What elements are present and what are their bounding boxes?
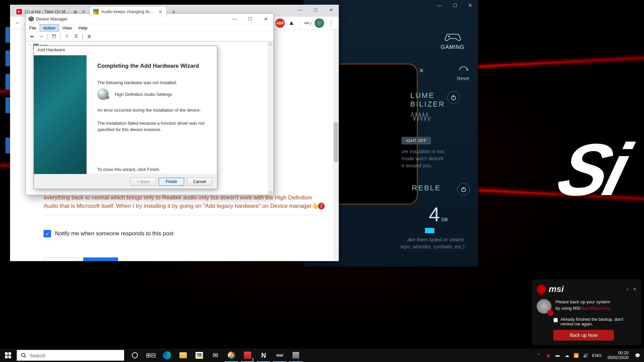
power-toggle[interactable] <box>457 183 470 196</box>
collapse-icon[interactable]: ˅ <box>28 44 32 49</box>
add-hardware-icon[interactable]: 🖥 <box>85 33 93 40</box>
reset-button[interactable]: Reset <box>457 66 469 81</box>
forward-icon[interactable]: ➡ <box>37 33 45 40</box>
finish-button[interactable]: Finish <box>159 178 184 186</box>
menu-action[interactable]: Action <box>40 24 59 32</box>
task-view-button[interactable]: ⊞⊟ <box>143 349 159 362</box>
msi-logo: msi <box>537 284 564 294</box>
taskbar: Search ⊞⊟ ✉ 3 N msi ˄ ◉ ▬ ☁ 📶 🔊 ENG 00:2… <box>0 349 644 362</box>
taskbar-app-edge[interactable] <box>159 349 175 362</box>
scrollbar[interactable] <box>333 29 339 261</box>
night-mode-chip[interactable]: IGHT OFF <box>401 137 431 144</box>
add-hardware-wizard: Add Hardware Completing the Add Hardware… <box>34 46 217 189</box>
minimize-button[interactable]: — <box>432 0 447 11</box>
menu-view[interactable]: View <box>59 24 75 32</box>
menu-bar: File Action View Help <box>26 24 273 32</box>
cancel-button[interactable]: Cancel <box>187 178 212 186</box>
close-button[interactable]: ✕ <box>323 5 339 15</box>
cortana-button[interactable] <box>127 349 143 362</box>
disc-icon <box>537 299 551 314</box>
notification-text: Please back up your system by using MSI … <box>555 299 637 312</box>
badge-count: 3 <box>252 358 254 361</box>
close-tab-icon[interactable]: ✕ <box>158 9 163 14</box>
start-button[interactable] <box>0 349 16 362</box>
gamepad-icon <box>444 30 461 42</box>
notify-checkbox-row[interactable]: ✓ Notify me when someone responds to thi… <box>44 230 322 237</box>
taskbar-app-explorer[interactable] <box>175 349 191 362</box>
toolbar: ⬅ ➡ 🗔 ? 🗓 🖥 <box>26 32 273 41</box>
browser-tab[interactable]: Audio keeps changing its volume ✕ <box>90 6 167 17</box>
taskbar-search[interactable]: Search <box>17 350 124 361</box>
cancel-button[interactable]: Cancel <box>44 257 78 261</box>
windows-logo-icon <box>5 352 11 358</box>
minimize-button[interactable]: — <box>292 5 308 15</box>
checkbox-input[interactable] <box>553 318 558 322</box>
speaker-icon <box>97 88 109 100</box>
profile-avatar[interactable] <box>315 18 324 28</box>
wizard-heading: Completing the Add Hardware Wizard <box>97 63 206 69</box>
taskbar-app-nahimic[interactable]: N <box>256 349 272 362</box>
separator <box>82 34 83 40</box>
dialog-title[interactable]: Add Hardware <box>34 46 217 55</box>
submit-button[interactable]: Submit <box>83 257 118 261</box>
hardware-name: High Definition Audio Settings <box>115 92 172 97</box>
back-button: < Back <box>130 178 156 186</box>
maximize-button[interactable]: ☐ <box>447 0 463 11</box>
taskbar-app-msi[interactable]: msi <box>272 349 288 362</box>
back-button[interactable]: ← <box>13 18 23 28</box>
properties-icon[interactable]: 🗔 <box>50 33 58 40</box>
shield-icon <box>535 283 548 296</box>
scrollbar[interactable] <box>268 42 273 195</box>
taskbar-app-snip[interactable]: 3 <box>239 349 256 362</box>
checkbox-checked-icon[interactable]: ✓ <box>44 230 51 237</box>
help-icon[interactable]: ? <box>63 33 71 40</box>
tray-onedrive-icon[interactable]: ☁ <box>564 352 570 358</box>
wizard-sidebar-graphic <box>34 55 87 174</box>
search-icon <box>21 353 26 358</box>
svg-point-2 <box>21 353 25 357</box>
device-manager-icon <box>29 16 34 21</box>
tray-language[interactable]: ENG <box>592 353 601 358</box>
burnrecovery-notification: msi ⌂ ✕ Please back up your system by us… <box>532 279 641 345</box>
back-icon[interactable]: ⬅ <box>28 33 36 40</box>
backup-now-button[interactable]: Back up Now <box>553 330 614 341</box>
window-title: Device Manager <box>36 16 68 21</box>
youtube-icon <box>16 9 22 14</box>
tray-clock[interactable]: 00:20 05/02/2020 <box>607 351 629 360</box>
dont-remind-checkbox[interactable]: Already finished the backup, don't remin… <box>553 317 637 326</box>
night-mode-desc: ver inaudible or too mode won't disturb … <box>401 148 459 169</box>
scan-icon[interactable]: 🗓 <box>72 33 80 40</box>
extension-icon[interactable]: ▲ <box>287 18 296 28</box>
maximize-button[interactable]: ☐ <box>243 14 258 24</box>
taskbar-app-mail[interactable]: ✉ <box>207 349 223 362</box>
menu-file[interactable]: File <box>26 24 40 32</box>
treble-slider[interactable] <box>408 230 465 232</box>
close-icon[interactable]: ✕ <box>419 67 426 74</box>
taskbar-app-devmgr[interactable] <box>288 349 304 362</box>
maximize-button[interactable]: ☐ <box>308 5 323 15</box>
home-icon[interactable]: ⌂ <box>626 287 629 292</box>
action-center-icon[interactable]: 💬 <box>635 352 641 358</box>
minimize-button[interactable]: — <box>227 14 243 24</box>
wizard-hint-text: To close this wizard, click Finish. <box>97 167 160 172</box>
tray-battery-icon[interactable]: ▬ <box>554 352 560 358</box>
close-button[interactable]: ✕ <box>258 14 273 24</box>
tray-volume-icon[interactable]: 🔊 <box>583 352 589 358</box>
taskbar-app-store[interactable] <box>191 349 207 362</box>
close-button[interactable]: ✕ <box>463 0 478 11</box>
error-detail-text: The installation failed because a functi… <box>97 120 205 133</box>
emoji-reaction[interactable]: 👆2 <box>312 202 319 210</box>
tab-gaming[interactable]: GAMING <box>441 30 465 50</box>
tray-overflow-icon[interactable]: ˄ <box>536 352 542 358</box>
separator <box>300 19 300 27</box>
tray-wifi-icon[interactable]: 📶 <box>573 352 579 358</box>
close-icon[interactable]: ✕ <box>633 287 637 292</box>
menu-button[interactable]: ⋮ <box>326 18 336 28</box>
taskbar-app-chrome[interactable] <box>223 349 239 362</box>
post-body-text: everything back to normal which brings o… <box>44 194 322 210</box>
media-control-icon[interactable]: ≕♪ <box>303 18 313 28</box>
tray-msi-icon[interactable]: ◉ <box>545 352 551 358</box>
adblock-icon[interactable]: ABP <box>275 18 285 28</box>
menu-help[interactable]: Help <box>75 24 91 32</box>
power-toggle[interactable] <box>447 91 460 104</box>
